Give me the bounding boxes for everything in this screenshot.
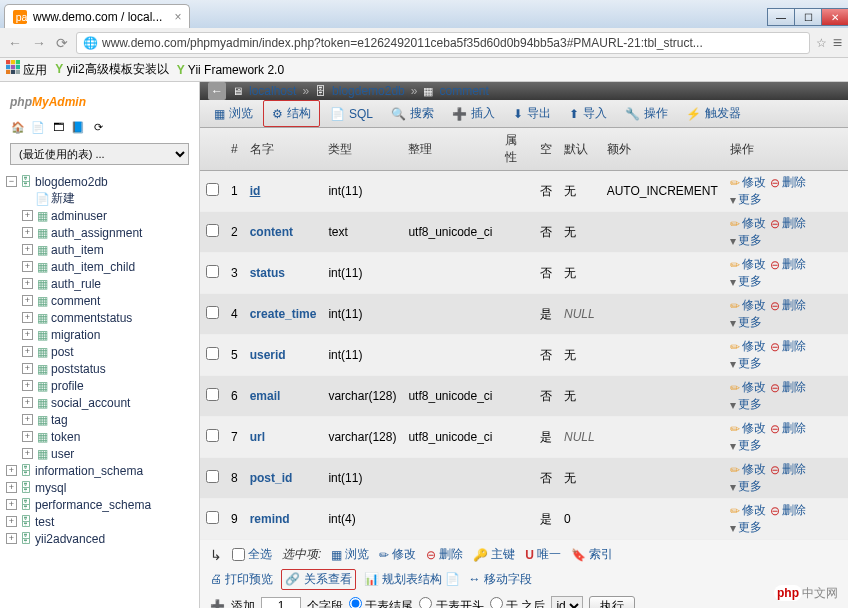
col-name[interactable]: remind — [244, 499, 323, 540]
close-button[interactable]: ✕ — [821, 8, 848, 26]
edit-link[interactable]: ✏修改 — [730, 256, 766, 273]
expand-icon[interactable]: + — [22, 312, 33, 323]
row-checkbox[interactable] — [206, 183, 219, 196]
move-cols-link[interactable]: ↔ 移动字段 — [468, 571, 531, 588]
db-node[interactable]: −🗄blogdemo2db — [0, 173, 199, 190]
minimize-button[interactable]: — — [767, 8, 795, 26]
edit-link[interactable]: ✏修改 — [730, 461, 766, 478]
drop-link[interactable]: ⊖删除 — [770, 420, 806, 437]
table-node[interactable]: +▦auth_item_child — [0, 258, 199, 275]
url-input[interactable]: 🌐 www.demo.com/phpmyadmin/index.php?toke… — [76, 32, 810, 54]
breadcrumb-host[interactable]: localhost — [249, 84, 296, 98]
table-node[interactable]: +▦poststatus — [0, 360, 199, 377]
expand-icon[interactable]: + — [6, 533, 17, 544]
sql-icon[interactable]: 🗔 — [50, 119, 66, 135]
table-node[interactable]: +▦auth_assignment — [0, 224, 199, 241]
forward-button[interactable]: → — [30, 35, 48, 51]
col-name[interactable]: id — [244, 171, 323, 212]
tab-search[interactable]: 🔍搜索 — [383, 101, 442, 126]
drop-link[interactable]: ⊖删除 — [770, 461, 806, 478]
table-node[interactable]: +▦profile — [0, 377, 199, 394]
expand-icon[interactable]: + — [22, 278, 33, 289]
expand-icon[interactable]: + — [22, 261, 33, 272]
expand-icon[interactable]: + — [22, 227, 33, 238]
expand-icon[interactable]: + — [6, 465, 17, 476]
drop-link[interactable]: ⊖删除 — [770, 338, 806, 355]
tab-operations[interactable]: 🔧操作 — [617, 101, 676, 126]
drop-link[interactable]: ⊖删除 — [770, 297, 806, 314]
db-node[interactable]: +🗄performance_schema — [0, 496, 199, 513]
db-node[interactable]: +🗄test — [0, 513, 199, 530]
close-tab-icon[interactable]: × — [174, 10, 181, 24]
more-link[interactable]: ▾更多 — [730, 273, 762, 290]
back-button[interactable]: ← — [6, 35, 24, 51]
execute-button[interactable]: 执行 — [589, 596, 635, 608]
action-index[interactable]: 🔖 索引 — [571, 546, 613, 563]
row-checkbox[interactable] — [206, 347, 219, 360]
table-node[interactable]: +▦social_account — [0, 394, 199, 411]
after-column-select[interactable]: id — [551, 596, 583, 608]
logout-icon[interactable]: 📄 — [30, 119, 46, 135]
edit-link[interactable]: ✏修改 — [730, 215, 766, 232]
more-link[interactable]: ▾更多 — [730, 314, 762, 331]
expand-icon[interactable]: + — [22, 448, 33, 459]
table-node[interactable]: +▦auth_item — [0, 241, 199, 258]
action-browse[interactable]: ▦ 浏览 — [331, 546, 369, 563]
more-link[interactable]: ▾更多 — [730, 519, 762, 536]
more-link[interactable]: ▾更多 — [730, 396, 762, 413]
row-checkbox[interactable] — [206, 306, 219, 319]
apps-button[interactable]: 应用 — [6, 60, 47, 79]
table-node[interactable]: +▦commentstatus — [0, 309, 199, 326]
row-checkbox[interactable] — [206, 224, 219, 237]
col-name[interactable]: url — [244, 417, 323, 458]
maximize-button[interactable]: ☐ — [794, 8, 822, 26]
bookmark-item[interactable]: Y yii2高级模板安装以 — [55, 61, 168, 78]
after-option[interactable]: 于 之后 — [490, 597, 546, 608]
table-node[interactable]: +▦user — [0, 445, 199, 462]
at-end-option[interactable]: 于表结尾 — [349, 597, 413, 608]
tab-export[interactable]: ⬇导出 — [505, 101, 559, 126]
logo[interactable]: phpMyAdmin — [0, 82, 199, 117]
more-link[interactable]: ▾更多 — [730, 355, 762, 372]
db-node[interactable]: +🗄yii2advanced — [0, 530, 199, 547]
reload-nav-icon[interactable]: ⟳ — [90, 119, 106, 135]
bookmark-item[interactable]: Y Yii Framework 2.0 — [177, 63, 284, 77]
expand-icon[interactable]: + — [22, 363, 33, 374]
col-name[interactable]: post_id — [244, 458, 323, 499]
breadcrumb-table[interactable]: comment — [439, 84, 488, 98]
row-checkbox[interactable] — [206, 429, 219, 442]
expand-icon[interactable]: + — [22, 414, 33, 425]
more-link[interactable]: ▾更多 — [730, 191, 762, 208]
edit-link[interactable]: ✏修改 — [730, 379, 766, 396]
bookmark-star-icon[interactable]: ☆ — [816, 36, 827, 50]
docs-icon[interactable]: 📘 — [70, 119, 86, 135]
col-name[interactable]: email — [244, 376, 323, 417]
expand-icon[interactable]: + — [22, 329, 33, 340]
expand-icon[interactable]: + — [22, 295, 33, 306]
edit-link[interactable]: ✏修改 — [730, 502, 766, 519]
edit-link[interactable]: ✏修改 — [730, 420, 766, 437]
action-edit[interactable]: ✏ 修改 — [379, 546, 416, 563]
expand-icon[interactable]: + — [6, 482, 17, 493]
action-drop[interactable]: ⊖ 删除 — [426, 546, 463, 563]
table-node[interactable]: +▦adminuser — [0, 207, 199, 224]
edit-link[interactable]: ✏修改 — [730, 297, 766, 314]
browser-menu-button[interactable]: ≡ — [833, 34, 842, 52]
col-name[interactable]: create_time — [244, 294, 323, 335]
drop-link[interactable]: ⊖删除 — [770, 215, 806, 232]
more-link[interactable]: ▾更多 — [730, 232, 762, 249]
drop-link[interactable]: ⊖删除 — [770, 379, 806, 396]
expand-icon[interactable]: + — [6, 516, 17, 527]
breadcrumb-db[interactable]: blogdemo2db — [332, 84, 405, 98]
propose-structure-link[interactable]: 📊 规划表结构 📄 — [364, 571, 461, 588]
col-name[interactable]: content — [244, 212, 323, 253]
reload-button[interactable]: ⟳ — [54, 35, 70, 51]
table-node[interactable]: +▦migration — [0, 326, 199, 343]
at-begin-option[interactable]: 于表开头 — [419, 597, 483, 608]
check-all[interactable]: 全选 — [232, 546, 272, 563]
check-all-checkbox[interactable] — [232, 548, 245, 561]
tab-structure[interactable]: ⚙结构 — [263, 100, 320, 127]
tab-import[interactable]: ⬆导入 — [561, 101, 615, 126]
edit-link[interactable]: ✏修改 — [730, 174, 766, 191]
expand-icon[interactable]: + — [22, 431, 33, 442]
